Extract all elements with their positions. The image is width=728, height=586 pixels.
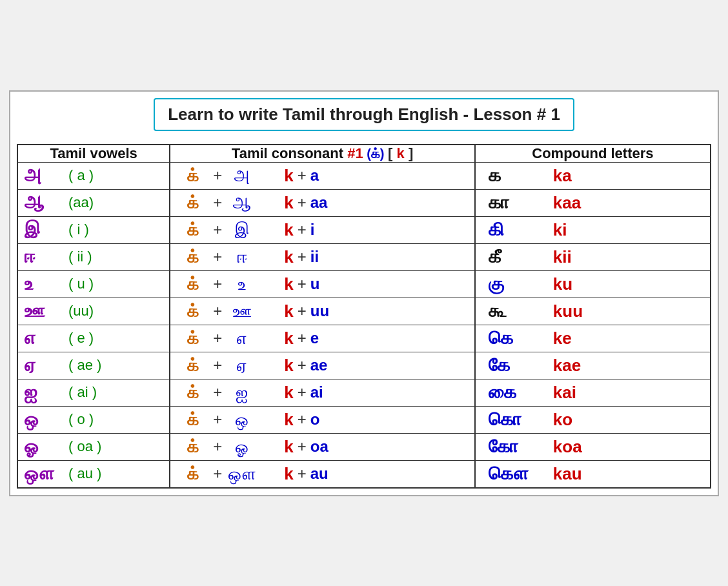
cons-plus2: +	[298, 302, 307, 320]
table-row: ஒ ( o ) க் + ஒ k + o கொ ko	[17, 406, 711, 433]
vowel-cell: ஏ ( ae )	[18, 352, 169, 379]
comp-tamil: கொ	[489, 409, 540, 430]
consonant-cell: க் + ஈ k + ii	[170, 245, 474, 270]
compound-cell: கீ kii	[476, 244, 710, 270]
comp-tamil: கை	[489, 382, 540, 403]
cons-k: k	[284, 220, 293, 240]
cons-base: க்	[177, 437, 209, 457]
vowel-english: ( au )	[68, 465, 101, 482]
compound-cell: கி ki	[476, 217, 710, 243]
cons-plus1: +	[213, 465, 222, 483]
vowel-cell: ஊ (uu)	[18, 298, 169, 325]
table-row: அ ( a ) க் + அ k + a க ka	[17, 162, 711, 189]
vowel-tamil: உ	[25, 274, 63, 295]
vowel-tamil: எ	[25, 328, 63, 349]
cons-k: k	[284, 464, 293, 484]
vowel-cell: ஔ ( au )	[18, 461, 169, 487]
vowel-tamil: ஐ	[25, 382, 63, 403]
page-title: Learn to write Tamil through English - L…	[154, 98, 574, 131]
cons-vowel-en: o	[310, 410, 320, 429]
cons-plus2: +	[298, 356, 307, 374]
vowel-tamil: ஊ	[25, 301, 63, 322]
cons-k: k	[284, 247, 293, 267]
comp-english: kuu	[553, 301, 583, 321]
col-header-vowels: Tamil vowels	[17, 145, 170, 163]
cons-base: க்	[177, 220, 209, 240]
vowel-english: ( oa )	[68, 438, 101, 455]
vowel-english: ( ae )	[68, 357, 101, 374]
table-row: ஆ (aa) க் + ஆ k + aa கா kaa	[17, 189, 711, 216]
consonant-cell: க் + ஏ k + ae	[170, 353, 474, 378]
vowel-tamil: ஏ	[25, 355, 63, 376]
cons-k: k	[284, 410, 293, 430]
comp-english: kaa	[553, 193, 581, 213]
consonant-cell: க் + ஆ k + aa	[170, 190, 474, 216]
vowel-english: ( o )	[68, 411, 94, 428]
cons-vowel-tamil: ஏ	[226, 356, 258, 376]
table-row: ஓ ( oa ) க் + ஓ k + oa கோ koa	[17, 433, 711, 460]
cons-base: க்	[177, 301, 209, 321]
comp-english: ki	[553, 220, 567, 240]
consonant-cell: க் + உ k + u	[170, 272, 474, 297]
cons-base: க்	[177, 247, 209, 267]
vowel-cell: ஐ ( ai )	[18, 379, 169, 406]
col-header-compound: Compound letters	[475, 145, 711, 163]
vowel-english: ( ii )	[68, 248, 92, 265]
cons-vowel-tamil: உ	[226, 274, 258, 294]
cons-vowel-tamil: அ	[226, 166, 258, 186]
vowel-cell: உ ( u )	[18, 271, 169, 298]
vowel-tamil: இ	[25, 219, 63, 241]
cons-vowel-en: u	[310, 275, 320, 293]
compound-cell: கை kai	[476, 379, 710, 406]
comp-english: kii	[553, 247, 572, 267]
comp-english: ke	[553, 328, 572, 349]
comp-english: ka	[553, 166, 572, 186]
vowel-cell: ஈ ( ii )	[18, 244, 169, 270]
cons-plus1: +	[213, 248, 222, 266]
cons-base: க்	[177, 166, 209, 186]
compound-cell: கூ kuu	[476, 298, 710, 325]
cons-vowel-tamil: ஒ	[226, 410, 258, 430]
compound-cell: கொ ko	[476, 407, 710, 433]
cons-k: k	[284, 383, 293, 403]
consonant-cell: க் + ஓ k + oa	[170, 434, 474, 460]
table-row: ஈ ( ii ) க் + ஈ k + ii கீ kii	[17, 243, 711, 270]
cons-k: k	[284, 166, 293, 186]
comp-tamil: கே	[489, 355, 540, 376]
cons-plus1: +	[213, 383, 222, 401]
comp-english: ku	[553, 274, 572, 294]
vowel-cell: எ ( e )	[18, 325, 169, 352]
comp-tamil: கா	[489, 192, 540, 214]
compound-cell: கு ku	[476, 271, 710, 298]
cons-k: k	[284, 328, 293, 349]
vowel-english: ( i )	[68, 221, 89, 238]
cons-base: க்	[177, 464, 209, 484]
cons-vowel-en: oa	[310, 438, 329, 456]
cons-k: k	[284, 437, 293, 457]
cons-vowel-en: ae	[310, 356, 328, 374]
comp-english: ko	[553, 410, 572, 430]
cons-vowel-en: au	[310, 465, 329, 483]
cons-vowel-tamil: இ	[226, 220, 258, 240]
cons-base: க்	[177, 193, 209, 213]
comp-tamil: கெ	[489, 328, 540, 349]
vowel-english: (uu)	[68, 303, 94, 319]
cons-vowel-en: aa	[310, 194, 328, 212]
table-row: இ ( i ) க் + இ k + i கி ki	[17, 216, 711, 243]
cons-k: k	[284, 301, 293, 321]
cons-plus1: +	[213, 221, 222, 239]
cons-plus1: +	[213, 167, 222, 185]
table-row: ஐ ( ai ) க் + ஐ k + ai கை kai	[17, 379, 711, 406]
vowel-tamil: ஔ	[25, 463, 63, 485]
vowel-cell: ஒ ( o )	[18, 407, 169, 433]
vowel-english: ( e )	[68, 330, 94, 347]
table-row: ஔ ( au ) க் + ஔ k + au கௌ kau	[17, 460, 711, 488]
vowel-cell: ஓ ( oa )	[18, 434, 169, 460]
cons-k: k	[284, 274, 293, 294]
table-row: ஊ (uu) க் + ஊ k + uu கூ kuu	[17, 298, 711, 325]
page-wrapper: Learn to write Tamil through English - L…	[9, 90, 719, 496]
title-wrapper: Learn to write Tamil through English - L…	[17, 98, 711, 137]
comp-tamil: கீ	[489, 247, 540, 268]
cons-plus2: +	[298, 438, 307, 456]
vowel-tamil: ஒ	[25, 409, 63, 430]
